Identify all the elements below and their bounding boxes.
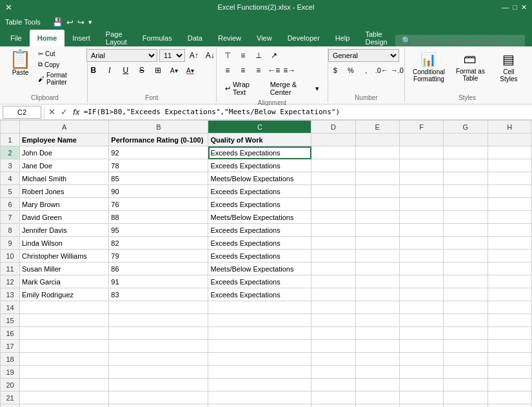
align-middle-button[interactable]: ≡ [236,49,250,62]
percent-button[interactable]: % [344,64,358,77]
strikethrough-button[interactable]: S [135,64,149,77]
row-number-cell[interactable]: 13 [1,288,20,301]
list-item[interactable]: Jane Doe [20,159,109,172]
list-item[interactable] [109,366,208,379]
list-item[interactable] [488,237,531,250]
list-item[interactable] [488,288,531,301]
row-number-cell[interactable]: 3 [1,159,20,172]
list-item[interactable] [399,172,443,185]
list-item[interactable] [444,366,488,379]
list-item[interactable] [488,172,531,185]
list-item[interactable]: Meets/Below Expectations [208,172,311,185]
row-number-cell[interactable]: 18 [1,353,20,366]
list-item[interactable] [444,159,488,172]
comma-button[interactable]: , [359,64,373,77]
list-item[interactable] [355,237,399,250]
list-item[interactable] [311,134,355,146]
cell-styles-button[interactable]: ▤ Cell Styles [492,49,526,85]
col-header-h[interactable]: H [488,121,531,134]
list-item[interactable]: Employee Name [20,134,109,146]
list-item[interactable] [444,404,488,408]
font-name-select[interactable]: Arial [86,49,157,62]
list-item[interactable] [399,340,443,353]
list-item[interactable]: David Green [20,211,109,224]
list-item[interactable] [488,404,531,408]
list-item[interactable] [208,314,311,327]
tab-review[interactable]: Review [210,30,249,46]
row-number-cell[interactable]: 21 [1,392,20,404]
list-item[interactable]: Meets/Below Expectations [208,263,311,275]
align-center-button[interactable]: ≡ [236,64,250,77]
list-item[interactable] [444,353,488,366]
list-item[interactable] [311,224,355,237]
list-item[interactable] [109,404,208,408]
row-number-cell[interactable]: 17 [1,340,20,353]
list-item[interactable] [399,250,443,263]
list-item[interactable] [311,288,355,301]
list-item[interactable]: Exceeds Expectations [208,146,311,159]
list-item[interactable]: Emily Rodriguez [20,288,109,301]
list-item[interactable] [488,340,531,353]
italic-button[interactable]: I [103,64,117,77]
list-item[interactable] [311,379,355,392]
list-item[interactable] [399,404,443,408]
list-item[interactable] [488,146,531,159]
list-item[interactable] [208,301,311,314]
font-color-button[interactable]: A▾ [183,64,197,77]
list-item[interactable] [399,353,443,366]
list-item[interactable] [355,288,399,301]
list-item[interactable] [208,404,311,408]
list-item[interactable]: Exceeds Expectations [208,198,311,211]
list-item[interactable] [20,379,109,392]
list-item[interactable] [488,366,531,379]
col-header-c[interactable]: C [208,121,311,134]
list-item[interactable] [399,198,443,211]
row-number-cell[interactable]: 1 [1,134,20,146]
list-item[interactable] [488,198,531,211]
list-item[interactable]: Mary Brown [20,198,109,211]
list-item[interactable] [399,263,443,275]
increase-font-button[interactable]: A↑ [187,49,201,62]
list-item[interactable] [399,185,443,198]
text-angle-button[interactable]: ↗ [267,49,281,62]
list-item[interactable]: Exceeds Expectations [208,159,311,172]
list-item[interactable] [355,172,399,185]
format-as-table-button[interactable]: 🗃 Format as Table [451,49,489,84]
list-item[interactable] [311,340,355,353]
list-item[interactable]: Linda Wilson [20,237,109,250]
align-left-button[interactable]: ≡ [221,64,235,77]
list-item[interactable]: Susan Miller [20,263,109,275]
row-number-cell[interactable]: 8 [1,224,20,237]
list-item[interactable] [444,379,488,392]
decrease-decimal-button[interactable]: .0← [375,64,389,77]
col-header-d[interactable]: D [311,121,355,134]
tab-formulas[interactable]: Formulas [135,30,180,46]
redo-icon[interactable]: ↪ [77,17,84,27]
list-item[interactable]: Meets/Below Expectations [208,211,311,224]
list-item[interactable] [488,275,531,288]
list-item[interactable] [444,198,488,211]
list-item[interactable] [311,392,355,404]
list-item[interactable] [208,353,311,366]
list-item[interactable] [355,185,399,198]
list-item[interactable] [444,237,488,250]
list-item[interactable] [20,392,109,404]
list-item[interactable] [311,263,355,275]
tab-file[interactable]: File [3,30,30,46]
underline-button[interactable]: U [119,64,133,77]
list-item[interactable]: John Doe [20,146,109,159]
list-item[interactable]: Quality of Work [208,134,311,146]
list-item[interactable] [355,353,399,366]
cell-reference-box[interactable] [3,106,41,119]
col-header-g[interactable]: G [444,121,488,134]
list-item[interactable] [20,301,109,314]
list-item[interactable] [488,327,531,340]
increase-indent-button[interactable]: ≡→ [282,64,297,77]
list-item[interactable] [488,353,531,366]
list-item[interactable]: Exceeds Expectations [208,275,311,288]
paste-button[interactable]: 📋 Paste [6,49,34,77]
list-item[interactable] [109,327,208,340]
row-number-cell[interactable]: 4 [1,172,20,185]
list-item[interactable] [488,392,531,404]
row-number-cell[interactable]: 15 [1,314,20,327]
